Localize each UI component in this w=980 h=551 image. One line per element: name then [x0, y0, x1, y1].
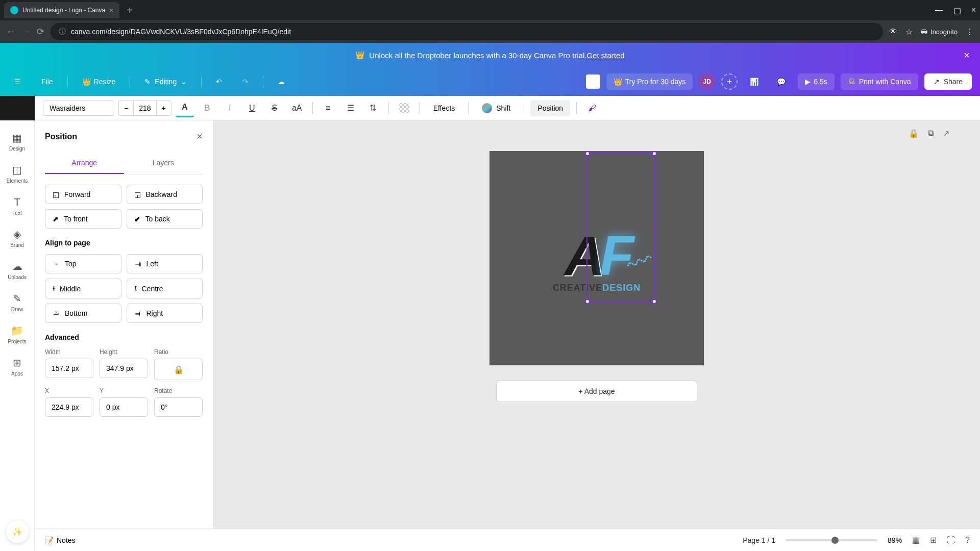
- browser-menu-icon[interactable]: ⋮: [966, 27, 974, 37]
- forward-button[interactable]: ◱ Forward: [45, 185, 121, 204]
- sidebar-item-apps[interactable]: ⊞ Apps: [0, 352, 34, 382]
- panel-close-button[interactable]: ×: [197, 131, 203, 142]
- browser-tab[interactable]: Untitled design - Logo - Canva ×: [4, 2, 119, 18]
- site-info-icon[interactable]: ⓘ: [59, 27, 66, 36]
- new-tab-button[interactable]: +: [121, 5, 138, 16]
- share-button[interactable]: ↗ Share: [924, 73, 972, 90]
- menu-button[interactable]: ☰: [8, 73, 27, 90]
- align-top-button[interactable]: ⫠ Top: [45, 254, 121, 273]
- tab-arrange[interactable]: Arrange: [45, 153, 124, 174]
- notes-button[interactable]: 📝 Notes: [45, 536, 76, 544]
- fullscreen-icon[interactable]: ⛶: [947, 536, 955, 545]
- resize-handle-tl[interactable]: [585, 151, 590, 156]
- url-bar[interactable]: ⓘ canva.com/design/DAGVwdNCKVU/3sBF0dvJx…: [51, 23, 883, 40]
- x-input[interactable]: [45, 397, 93, 417]
- underline-button[interactable]: U: [243, 99, 261, 117]
- bookmark-icon[interactable]: ☆: [905, 27, 913, 37]
- font-select[interactable]: Wasraiders: [43, 101, 114, 116]
- align-left-button[interactable]: ⫣ Left: [127, 254, 203, 273]
- to-front-button[interactable]: ⬈ To front: [45, 209, 121, 229]
- text-toolbar: Wasraiders − 218 + A B I U S aA ≡ ☰ ⇅ Ef…: [35, 96, 980, 120]
- align-middle-button[interactable]: ⫲ Middle: [45, 279, 121, 298]
- page-indicator[interactable]: Page 1 / 1: [743, 536, 775, 544]
- shift-button[interactable]: Shift: [475, 99, 518, 117]
- width-input[interactable]: [45, 359, 93, 378]
- redo-button[interactable]: ↷: [236, 73, 255, 90]
- analytics-icon[interactable]: 📊: [744, 73, 765, 90]
- user-avatar[interactable]: JD: [699, 73, 715, 90]
- forward-button[interactable]: →: [21, 27, 31, 37]
- increase-size-button[interactable]: +: [157, 101, 171, 115]
- text-case-button[interactable]: aA: [288, 99, 306, 117]
- maximize-button[interactable]: ▢: [953, 6, 961, 15]
- add-page-button[interactable]: + Add page: [496, 381, 697, 402]
- minimize-button[interactable]: —: [935, 6, 943, 15]
- undo-button[interactable]: ↶: [210, 73, 228, 90]
- crown-icon: 👑: [82, 78, 91, 86]
- zoom-slider[interactable]: [786, 539, 877, 541]
- add-collaborator-button[interactable]: +: [721, 73, 738, 90]
- tab-layers[interactable]: Layers: [124, 153, 203, 174]
- transparency-button[interactable]: [395, 99, 413, 117]
- list-button[interactable]: ☰: [341, 99, 360, 117]
- backward-button[interactable]: ◲ Backward: [127, 185, 203, 204]
- close-window-button[interactable]: ×: [971, 6, 976, 15]
- align-centre-button[interactable]: ⫱ Centre: [127, 279, 203, 298]
- duration-button[interactable]: ▶ 6.5s: [798, 73, 834, 90]
- resize-handle-tr[interactable]: [652, 151, 657, 156]
- sidebar-item-uploads[interactable]: ☁ Uploads: [0, 255, 34, 285]
- align-bottom-button[interactable]: ⫡ Bottom: [45, 304, 121, 323]
- try-pro-button[interactable]: 👑 Try Pro for 30 days: [606, 73, 693, 90]
- strikethrough-button[interactable]: S: [265, 99, 284, 117]
- sidebar-item-text[interactable]: T Text: [0, 191, 34, 221]
- reload-button[interactable]: ⟳: [37, 26, 44, 37]
- canvas-area[interactable]: 🔒 ⧉ ↗ AF CREATIVEDESIGN 〰 + Add page: [213, 120, 980, 551]
- tab-close-icon[interactable]: ×: [109, 6, 113, 14]
- comment-icon[interactable]: 💬: [771, 73, 792, 90]
- grid-view-icon[interactable]: ▦: [912, 535, 920, 545]
- sidebar-item-draw[interactable]: ✎ Draw: [0, 287, 34, 317]
- alignment-button[interactable]: ≡: [319, 99, 337, 117]
- export-icon[interactable]: ↗: [943, 129, 949, 138]
- spacing-button[interactable]: ⇅: [364, 99, 382, 117]
- cloud-sync-icon[interactable]: ☁: [272, 73, 291, 90]
- sidebar-item-elements[interactable]: ◫ Elements: [0, 159, 34, 189]
- banner-close-button[interactable]: ×: [964, 49, 970, 61]
- selection-box[interactable]: [586, 153, 655, 303]
- zoom-thumb[interactable]: [831, 537, 839, 544]
- height-input[interactable]: [100, 359, 148, 378]
- style-copy-button[interactable]: 🖌: [583, 99, 601, 117]
- bold-button[interactable]: B: [198, 99, 216, 117]
- editing-mode-button[interactable]: ✎ Editing ⌄: [138, 73, 193, 90]
- ratio-lock-button[interactable]: 🔒: [154, 359, 203, 380]
- resize-handle-br[interactable]: [652, 299, 657, 304]
- rotate-input[interactable]: [154, 397, 203, 417]
- back-button[interactable]: ←: [6, 27, 15, 37]
- help-icon[interactable]: ?: [965, 536, 970, 545]
- font-size-value[interactable]: 218: [133, 101, 156, 115]
- effects-button[interactable]: Effects: [426, 100, 462, 116]
- magic-button[interactable]: ✨: [6, 520, 29, 543]
- align-right-button[interactable]: ⫤ Right: [127, 304, 203, 323]
- text-color-button[interactable]: A: [176, 99, 194, 117]
- sidebar-item-projects[interactable]: 📁 Projects: [0, 319, 34, 349]
- extension-icon[interactable]: 👁: [889, 27, 897, 36]
- resize-handle-bl[interactable]: [585, 299, 590, 304]
- lock-icon[interactable]: 🔒: [909, 129, 919, 138]
- thumbnail-view-icon[interactable]: ⊞: [930, 535, 937, 545]
- sidebar-item-brand[interactable]: ◈ Brand: [0, 223, 34, 253]
- italic-button[interactable]: I: [220, 99, 239, 117]
- duplicate-icon[interactable]: ⧉: [928, 129, 934, 138]
- decrease-size-button[interactable]: −: [119, 101, 133, 115]
- get-started-link[interactable]: Get started: [586, 51, 624, 60]
- resize-button[interactable]: 👑 Resize: [76, 73, 122, 90]
- sidebar-item-design[interactable]: ▦ Design: [0, 127, 34, 157]
- canvas[interactable]: AF CREATIVEDESIGN 〰: [489, 151, 704, 365]
- position-button[interactable]: Position: [530, 100, 570, 116]
- to-back-button[interactable]: ⬋ To back: [127, 209, 203, 229]
- color-picker-button[interactable]: [586, 74, 600, 89]
- zoom-percentage[interactable]: 89%: [888, 536, 902, 544]
- y-input[interactable]: [100, 397, 148, 417]
- print-button[interactable]: 🖶 Print with Canva: [841, 73, 918, 90]
- file-button[interactable]: File: [35, 73, 59, 90]
